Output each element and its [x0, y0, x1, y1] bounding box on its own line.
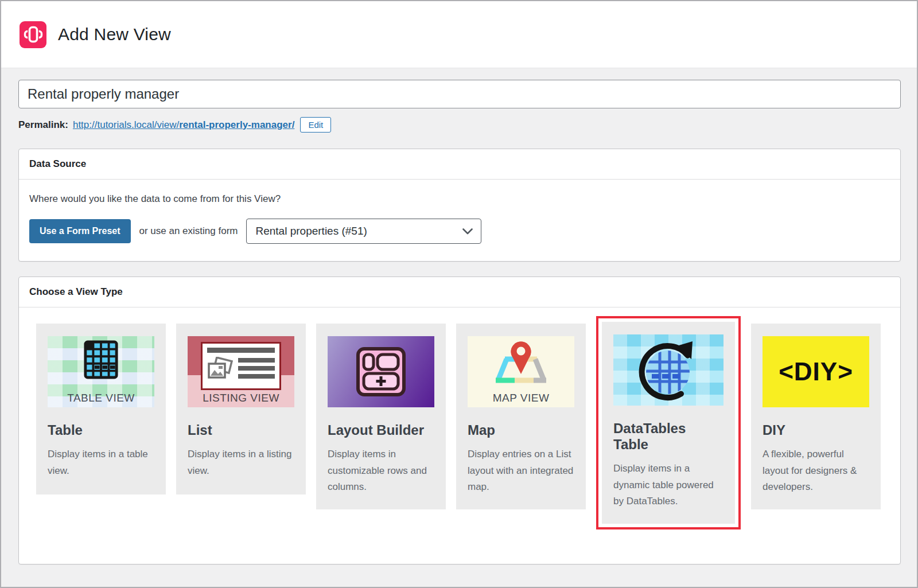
- view-type-heading: Choose a View Type: [19, 277, 900, 307]
- view-type-card-table[interactable]: TABLE VIEW Table Display items in a tabl…: [36, 324, 166, 494]
- use-form-preset-button[interactable]: Use a Form Preset: [29, 219, 131, 243]
- diy-image-label: <DIY>: [779, 357, 853, 386]
- table-icon: [83, 340, 119, 380]
- view-type-cards: TABLE VIEW Table Display items in a tabl…: [19, 307, 900, 564]
- datatables-image: [613, 334, 723, 406]
- map-pin-icon: [486, 336, 556, 391]
- card-title: DIY: [763, 422, 869, 438]
- map-view-image: MAP VIEW: [468, 336, 574, 407]
- card-title: Table: [48, 422, 154, 438]
- view-type-card-map[interactable]: MAP VIEW Map Display entries on a List l…: [456, 324, 586, 509]
- or-existing-form-text: or use an existing form: [139, 225, 238, 237]
- permalink-url-slug: rental-properly-manager/: [179, 119, 294, 130]
- permalink-label: Permalink:: [18, 119, 68, 131]
- table-view-image: TABLE VIEW: [48, 336, 154, 407]
- card-title: Map: [468, 422, 574, 438]
- listing-view-image-label: LISTING VIEW: [188, 392, 294, 404]
- view-type-card-list[interactable]: LISTING VIEW List Display items in a lis…: [176, 324, 306, 494]
- edit-permalink-button[interactable]: Edit: [300, 117, 331, 133]
- card-description: Display items in a listing view.: [188, 446, 294, 479]
- diy-image: <DIY>: [763, 336, 869, 407]
- form-select[interactable]: Rental properties (#51): [246, 219, 481, 244]
- listing-card-graphic: [201, 342, 281, 390]
- data-source-question: Where would you like the data to come fr…: [29, 193, 890, 205]
- chevron-down-icon: [462, 225, 473, 237]
- page-frame: Add New View Permalink: http://tutorials…: [0, 0, 918, 588]
- permalink-url-base: http://tutorials.local/view/: [73, 119, 179, 130]
- map-view-image-label: MAP VIEW: [468, 392, 574, 404]
- view-type-card-layout-builder[interactable]: Layout Builder Display items in customiz…: [316, 324, 446, 509]
- card-description: Display items in a dynamic table powered…: [613, 461, 723, 510]
- photo-icon: [207, 357, 234, 383]
- data-source-heading: Data Source: [19, 149, 900, 180]
- card-title: DataTables Table: [613, 420, 723, 453]
- view-title-input[interactable]: [18, 80, 901, 108]
- card-description: A flexible, powerful layout for designer…: [763, 446, 869, 496]
- permalink: Permalink: http://tutorials.local/view/r…: [18, 117, 901, 133]
- layout-builder-image: [328, 336, 434, 407]
- view-type-card-diy[interactable]: <DIY> DIY A flexible, powerful layout fo…: [751, 324, 881, 509]
- card-title: List: [188, 422, 294, 438]
- view-type-card-datatables[interactable]: DataTables Table Display items in a dyna…: [602, 322, 735, 524]
- gravityview-logo-icon: [20, 21, 46, 48]
- data-source-body: Where would you like the data to come fr…: [19, 180, 900, 261]
- card-title: Layout Builder: [328, 422, 434, 438]
- card-description: Display items in customizable rows and c…: [328, 446, 434, 496]
- page-title: Add New View: [58, 25, 171, 44]
- card-description: Display entries on a List layout with an…: [468, 446, 574, 496]
- form-select-value: Rental properties (#51): [255, 225, 367, 237]
- permalink-link[interactable]: http://tutorials.local/view/rental-prope…: [73, 119, 294, 131]
- table-view-image-label: TABLE VIEW: [48, 392, 154, 404]
- page-header: Add New View: [1, 1, 917, 68]
- view-type-panel: Choose a View Type: [18, 277, 901, 564]
- datatables-globe-icon: [637, 338, 700, 402]
- listing-view-image: LISTING VIEW: [188, 336, 294, 407]
- data-source-panel: Data Source Where would you like the dat…: [18, 149, 901, 262]
- layout-blocks-icon: [356, 346, 406, 397]
- card-description: Display items in a table view.: [48, 446, 154, 479]
- main-content: Permalink: http://tutorials.local/view/r…: [1, 68, 917, 564]
- selected-card-highlight: DataTables Table Display items in a dyna…: [596, 316, 741, 529]
